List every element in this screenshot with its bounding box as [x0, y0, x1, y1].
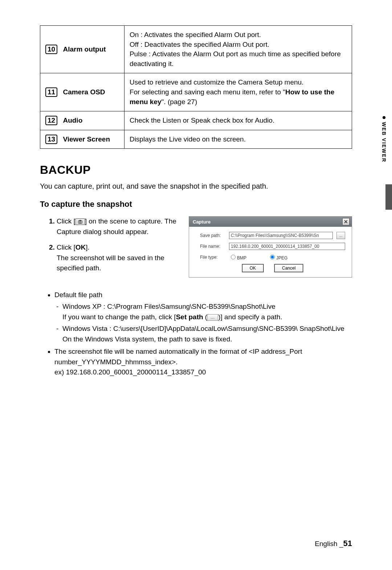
row-11-label: 11 Camera OSD	[40, 73, 124, 111]
file-name-label: File name:	[200, 244, 225, 249]
side-dot-icon	[383, 116, 385, 119]
file-name-input[interactable]: 192.168.0.200_60001_20000114_133857_00	[229, 243, 345, 250]
row-10-desc: On : Activates the specified Alarm Out p…	[124, 26, 352, 73]
cancel-button[interactable]: Cancel	[274, 264, 303, 272]
file-type-label: File type:	[200, 255, 225, 260]
note-filename: The screenshot file will be named automa…	[54, 346, 352, 378]
step-2: Click [OK]. The screenshot will be saved…	[57, 242, 178, 274]
side-thumb	[385, 184, 392, 210]
numbox-12: 12	[45, 116, 57, 125]
side-tab: WEB VIEWER	[381, 116, 387, 163]
numbox-10: 10	[45, 45, 57, 54]
row-12-desc: Check the Listen or Speak check box for …	[124, 111, 352, 130]
capture-subheading: To capture the snapshot	[40, 200, 352, 209]
camera-icon	[75, 218, 85, 225]
svg-rect-2	[79, 220, 81, 221]
svg-point-1	[79, 221, 81, 223]
backup-heading: BACKUP	[40, 163, 352, 177]
note-win-xp: Windows XP : C:\Program Files\Samsung\SN…	[62, 302, 352, 322]
browse-button[interactable]: ...	[336, 232, 345, 239]
ok-button[interactable]: OK	[242, 264, 264, 272]
feature-table: 10 Alarm output On : Activates the speci…	[40, 25, 352, 149]
close-icon[interactable]: ✕	[342, 218, 350, 225]
row-13-label: 13 Viewer Screen	[40, 130, 124, 149]
notes-list: Default file path Windows XP : C:\Progra…	[40, 290, 352, 378]
steps-list: Click [] on the scene to capture. The Ca…	[40, 216, 178, 274]
numbox-13: 13	[45, 135, 57, 144]
capture-dialog: Capture ✕ Save path: C:\\Program Files\\…	[189, 216, 352, 278]
radio-bmp[interactable]: BMP	[229, 254, 246, 261]
page-footer: English _51	[315, 539, 352, 548]
radio-jpeg[interactable]: JPEG	[268, 254, 287, 261]
step-1: Click [] on the scene to capture. The Ca…	[57, 216, 178, 237]
row-11-desc: Used to retrieve and customize the Camer…	[124, 73, 352, 111]
capture-title: Capture	[193, 219, 211, 225]
backup-intro: You can capture, print out, and save the…	[40, 182, 352, 190]
row-12-label: 12 Audio	[40, 111, 124, 130]
row-13-desc: Displays the Live video on the screen.	[124, 130, 352, 149]
capture-titlebar: Capture ✕	[189, 217, 352, 227]
dots-icon: ...	[207, 314, 218, 321]
note-win-vista: Windows Vista : C:\users\[UserID]\AppDat…	[62, 324, 352, 344]
note-default-path: Default file path Windows XP : C:\Progra…	[54, 290, 352, 345]
numbox-11: 11	[45, 87, 57, 97]
row-10-label: 10 Alarm output	[40, 26, 124, 73]
save-path-label: Save path:	[200, 233, 225, 238]
save-path-input[interactable]: C:\\Program Files\\Samsung\\SNC-B5399\\S…	[229, 232, 333, 239]
